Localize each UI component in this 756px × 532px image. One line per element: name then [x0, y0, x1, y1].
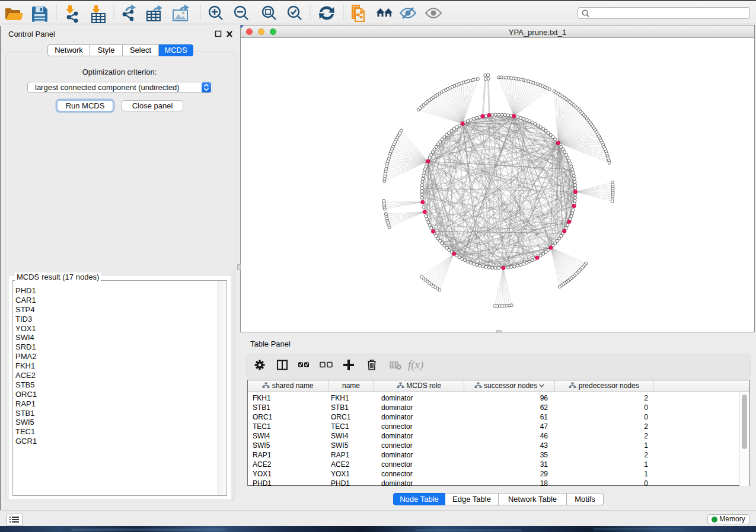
svg-text:f(x): f(x) — [408, 358, 423, 371]
